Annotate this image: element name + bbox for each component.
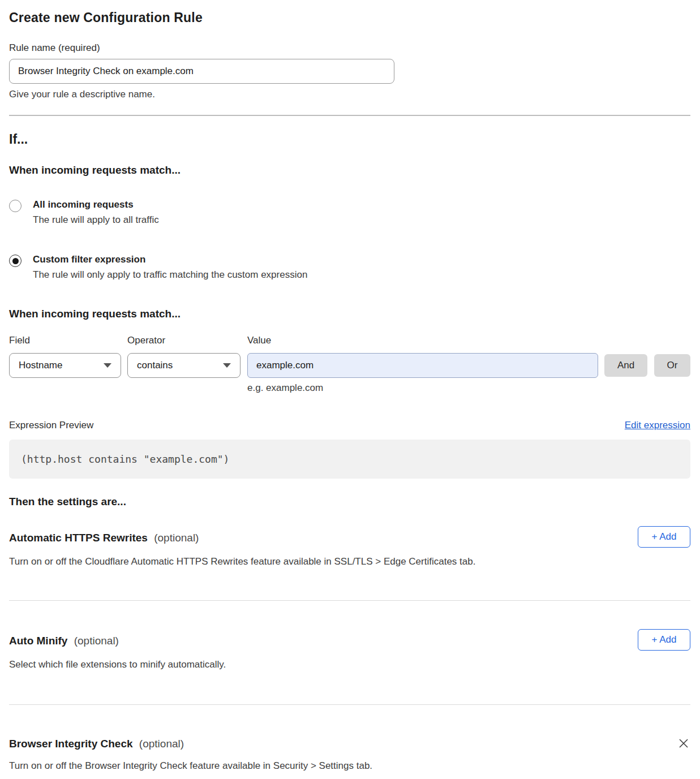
setting-optional-tag: (optional) xyxy=(154,532,199,544)
rule-name-helper: Give your rule a descriptive name. xyxy=(9,89,690,100)
radio-option-all-incoming-requests[interactable]: All incoming requests The rule will appl… xyxy=(9,199,690,226)
page-title: Create new Configuration Rule xyxy=(9,10,690,25)
rule-name-input[interactable] xyxy=(9,59,394,84)
setting-description: Select which file extensions to minify a… xyxy=(9,659,690,670)
chevron-down-icon xyxy=(104,363,111,368)
setting-title-line: Auto Minify (optional) xyxy=(9,629,119,647)
operator-selected-value: contains xyxy=(137,360,173,371)
section-divider xyxy=(9,600,690,601)
and-button[interactable]: And xyxy=(604,354,647,377)
setting-title-line: Automatic HTTPS Rewrites (optional) xyxy=(9,526,199,544)
setting-title: Automatic HTTPS Rewrites xyxy=(9,532,148,544)
value-helper-text: e.g. example.com xyxy=(247,382,323,394)
field-select[interactable]: Hostname xyxy=(9,353,121,378)
radio-option-description: The rule will only apply to traffic matc… xyxy=(33,269,307,281)
radio-option-label: All incoming requests xyxy=(33,199,159,210)
setting-description: Turn on or off the Cloudflare Automatic … xyxy=(9,556,690,567)
add-automatic-https-rewrites-button[interactable]: + Add xyxy=(638,526,690,548)
filter-builder-row: Hostname contains And Or xyxy=(9,353,690,378)
section-divider xyxy=(9,704,690,705)
field-label: Field xyxy=(9,335,127,346)
value-helper-row: e.g. example.com xyxy=(9,382,690,394)
expression-preview-row: Expression Preview Edit expression xyxy=(9,420,690,431)
setting-description: Turn on or off the Browser Integrity Che… xyxy=(9,760,690,772)
chevron-down-icon xyxy=(223,363,231,368)
setting-title: Auto Minify xyxy=(9,635,67,647)
expression-code: (http.host contains "example.com") xyxy=(21,453,229,465)
remove-setting-button[interactable] xyxy=(677,737,690,752)
operator-label: Operator xyxy=(127,335,247,346)
if-heading: If... xyxy=(9,132,690,147)
expression-code-block: (http.host contains "example.com") xyxy=(9,440,690,479)
setting-optional-tag: (optional) xyxy=(74,635,119,647)
value-label: Value xyxy=(247,335,690,346)
value-input[interactable] xyxy=(247,353,598,378)
radio-dot xyxy=(12,258,19,264)
close-icon xyxy=(678,738,689,749)
then-heading: Then the settings are... xyxy=(9,496,690,508)
radio-unselected-icon[interactable] xyxy=(9,200,22,212)
setting-title-line: Browser Integrity Check (optional) xyxy=(9,732,184,750)
radio-option-custom-filter-expression[interactable]: Custom filter expression The rule will o… xyxy=(9,254,690,281)
radio-option-label: Custom filter expression xyxy=(33,254,307,265)
setting-auto-minify: Auto Minify (optional) + Add Select whic… xyxy=(9,629,690,670)
setting-title: Browser Integrity Check xyxy=(9,738,133,750)
setting-browser-integrity-check: Browser Integrity Check (optional) Turn … xyxy=(9,732,690,779)
filter-builder-labels: Field Operator Value xyxy=(9,335,690,346)
rule-name-label: Rule name (required) xyxy=(9,42,690,54)
setting-optional-tag: (optional) xyxy=(139,738,184,750)
setting-automatic-https-rewrites: Automatic HTTPS Rewrites (optional) + Ad… xyxy=(9,526,690,567)
add-auto-minify-button[interactable]: + Add xyxy=(638,629,690,651)
or-button[interactable]: Or xyxy=(654,354,690,377)
field-selected-value: Hostname xyxy=(19,360,62,371)
section-divider xyxy=(9,115,690,116)
expression-preview-label: Expression Preview xyxy=(9,420,93,431)
radio-selected-icon[interactable] xyxy=(9,255,22,267)
operator-select[interactable]: contains xyxy=(127,353,241,378)
match-heading: When incoming requests match... xyxy=(9,164,690,177)
filter-builder-heading: When incoming requests match... xyxy=(9,308,690,320)
edit-expression-link[interactable]: Edit expression xyxy=(625,420,690,431)
radio-option-description: The rule will apply to all traffic xyxy=(33,214,159,226)
